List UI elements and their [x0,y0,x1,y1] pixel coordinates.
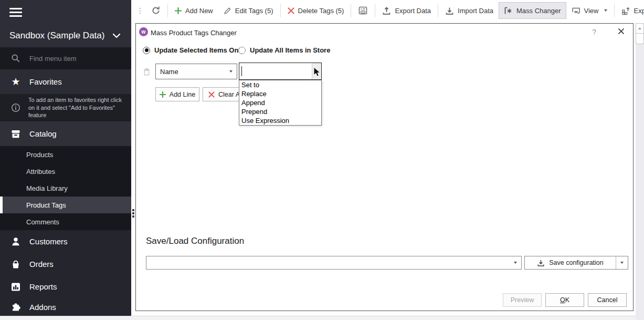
option-set-to[interactable]: Set to [239,80,321,89]
sidebar-item-addons[interactable]: Addons [0,298,131,316]
cancel-button[interactable]: Cancel [588,293,627,307]
dropdown-caret-icon [620,262,624,264]
edit-tags-label: Edit Tags (5) [235,7,273,15]
delete-x-icon [288,7,294,14]
export-data-label: Export Data [395,7,431,15]
edit-tags-button[interactable]: Edit Tags (5) [218,2,279,19]
action-combo-dropdown-button[interactable] [312,63,321,79]
store-selector[interactable]: Sandbox (Sample Data) [0,24,131,47]
action-options-list: Set to Replace Append Prepend Use Expres… [239,80,322,126]
sidebar-item-customers[interactable]: Customers [0,230,131,253]
ok-button[interactable]: OK [545,293,584,307]
toolbar-separator [280,4,281,17]
ok-rest: K [565,296,569,304]
scroll-up-button[interactable] [636,23,644,34]
delete-line-button-disabled [142,67,151,76]
save-icon [537,259,545,267]
pencil-icon [224,7,231,15]
saved-views-button[interactable] [353,2,373,19]
sidebar-item-comments[interactable]: Comments [0,213,131,230]
dropdown-caret-icon [514,262,517,264]
sidebar-search [0,47,131,69]
add-line-button[interactable]: Add Line [155,87,199,101]
import-data-button[interactable]: Import Data [440,2,499,19]
radio-label: Update Selected Items Only [154,46,244,54]
close-icon[interactable] [616,27,627,36]
save-configuration-dropdown-button[interactable] [616,256,628,269]
add-new-button[interactable]: Add New [170,2,218,19]
save-configuration-label: Save configuration [549,259,604,266]
add-line-label: Add Line [170,91,195,98]
search-input[interactable] [28,54,114,63]
field-select[interactable]: Name [155,64,237,79]
export-data-button[interactable]: Export Data [377,2,436,19]
sidebar-item-product-tags[interactable]: Product Tags [0,197,131,213]
delete-tags-label: Delete Tags (5) [298,7,344,15]
shopping-bag-icon [9,259,22,270]
app-window: Sandbox (Sample Data) ★ Favorites To add… [0,0,644,320]
option-prepend[interactable]: Prepend [239,107,321,116]
addons-label: Addons [29,303,56,312]
orders-label: Orders [29,260,54,269]
bar-chart-icon [9,282,22,292]
mass-changer-label: Mass Changer [516,7,561,15]
export-grid-label: Export Grid [634,7,644,15]
save-configuration-button[interactable]: Save configuration [525,256,616,269]
hamburger-menu-icon[interactable] [9,8,22,17]
toolbar-grip-icon[interactable]: ⋮ [136,7,144,14]
sidebar-item-products[interactable]: Products [0,146,131,163]
import-data-label: Import Data [458,7,493,15]
toolbar-separator [351,4,351,17]
save-load-heading: Save/Load Configuration [146,236,244,246]
option-replace[interactable]: Replace [239,89,321,98]
action-combo-text[interactable] [239,63,312,79]
toolbar-separator [167,4,168,17]
delete-x-icon [208,91,215,98]
delete-tags-button[interactable]: Delete Tags (5) [282,2,350,19]
radio-off-icon [238,47,246,54]
sidebar-item-orders[interactable]: Orders [0,253,131,275]
scrollbar-thumb[interactable] [636,34,644,44]
option-append[interactable]: Append [239,98,321,107]
search-icon [9,54,22,63]
dropdown-caret-icon [315,70,319,73]
splitter-grip[interactable] [132,209,134,218]
mass-changer-button[interactable]: Mass Changer [499,2,566,19]
favorites-label: Favorites [29,77,62,86]
radio-update-all[interactable]: Update All Items in Store [238,46,330,54]
toolbar-separator [438,4,438,17]
vertical-scrollbar[interactable] [636,23,644,320]
archive-box-icon [9,129,22,139]
radio-update-selected[interactable]: Update Selected Items Only [143,46,244,54]
toolbar-separator [614,4,615,17]
action-combo-input[interactable] [239,63,322,80]
save-configuration-split-button: Save configuration [524,256,628,270]
sidebar-item-media-library[interactable]: Media Library [0,180,131,197]
chevron-down-icon [110,34,123,38]
sidebar-item-reports[interactable]: Reports [0,275,131,298]
sub-item-label: Media Library [26,184,68,192]
radio-on-icon [143,47,150,54]
favorites-hint-text: To add an item to favorites right click … [28,96,126,120]
sidebar-item-attributes[interactable]: Attributes [0,163,131,180]
refresh-icon [151,6,161,15]
help-button[interactable]: ? [589,27,599,37]
option-use-expression[interactable]: Use Expression [239,116,321,125]
configuration-select[interactable] [146,256,522,270]
person-icon [9,236,22,247]
export-grid-button[interactable]: Export Grid [616,2,644,19]
sidebar-item-favorites[interactable]: ★ Favorites [0,69,131,94]
field-select-value: Name [160,68,178,76]
radio-label: Update All Items in Store [250,46,330,54]
dialog-title: Mass Product Tags Changer [151,29,237,37]
export-grid-icon [621,6,630,15]
refresh-button[interactable] [146,2,166,19]
dropdown-caret-icon [604,9,607,12]
sidebar-item-catalog[interactable]: Catalog [0,121,131,146]
view-button[interactable]: View [566,2,613,19]
puzzle-icon [9,302,22,312]
preview-button: Preview [503,293,542,307]
star-icon: ★ [9,77,22,87]
upload-icon [382,6,391,15]
mass-product-tags-changer-dialog: w Mass Product Tags Changer ? Update Sel… [135,23,634,311]
